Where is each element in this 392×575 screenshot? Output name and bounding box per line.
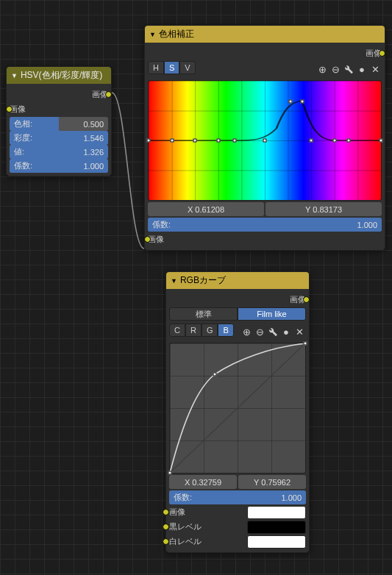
curve-point[interactable] — [170, 139, 174, 143]
socket-in[interactable] — [163, 538, 169, 545]
rgb-curves-header[interactable]: ▼ RGBカーブ — [166, 272, 309, 289]
collapse-icon[interactable]: ▼ — [11, 72, 18, 79]
hue-correct-header[interactable]: ▼ 色相補正 — [145, 26, 385, 43]
tab-c[interactable]: C — [169, 324, 185, 337]
curve-point[interactable] — [288, 99, 292, 103]
hsv-header[interactable]: ▼ HSV(色相/彩度/輝度) — [7, 67, 111, 84]
socket-out[interactable] — [379, 50, 385, 57]
tab-g[interactable]: G — [202, 324, 218, 337]
y-field[interactable]: Y 0.83173 — [266, 202, 382, 216]
white-level-input: 白レベル — [169, 535, 306, 549]
output-image: 画像 — [10, 88, 108, 101]
zoom-out-icon[interactable]: ⊖ — [253, 325, 266, 338]
curve-path — [170, 343, 305, 473]
socket-in[interactable] — [6, 106, 13, 113]
black-level-input: 黒レベル — [169, 520, 306, 534]
tab-filmlike[interactable]: Film like — [238, 307, 306, 321]
curve-point[interactable] — [216, 139, 220, 143]
socket-out[interactable] — [303, 296, 310, 303]
close-icon[interactable]: ✕ — [368, 63, 382, 76]
hsv-tabs: H S V — [148, 61, 196, 74]
input-image: 画像 — [10, 102, 108, 116]
curve-point[interactable] — [310, 139, 313, 143]
white-swatch[interactable] — [247, 535, 306, 549]
curve-point[interactable] — [168, 471, 172, 475]
image-input: 画像 — [169, 505, 306, 519]
hue-curve-canvas[interactable] — [148, 80, 382, 201]
tab-h[interactable]: H — [148, 61, 164, 74]
wrench-icon[interactable] — [342, 63, 355, 76]
rgb-curve-canvas[interactable] — [169, 343, 306, 474]
fac-slider[interactable]: 係数: 1.000 — [148, 218, 382, 232]
curve-point[interactable] — [193, 139, 197, 143]
socket-out[interactable] — [105, 91, 112, 98]
curve-point[interactable] — [147, 139, 151, 143]
curve-point[interactable] — [346, 139, 350, 143]
curve-point[interactable] — [332, 139, 336, 143]
tab-s[interactable]: S — [164, 61, 179, 74]
hsv-title: HSV(色相/彩度/輝度) — [21, 69, 102, 82]
tab-b[interactable]: B — [218, 324, 233, 337]
fac-slider[interactable]: 係数: 1.000 — [10, 159, 108, 173]
hsv-node[interactable]: ▼ HSV(色相/彩度/輝度) 画像 画像 色相: 0.500 彩度: 1.54… — [6, 66, 112, 176]
collapse-icon[interactable]: ▼ — [149, 31, 156, 38]
tab-v[interactable]: V — [179, 61, 195, 74]
curve-point[interactable] — [304, 342, 307, 346]
curve-point[interactable] — [263, 139, 267, 143]
mode-tabs: 標準 Film like — [169, 307, 306, 321]
clip-icon[interactable]: ● — [279, 325, 293, 338]
collapse-icon[interactable]: ▼ — [171, 277, 177, 285]
socket-in[interactable] — [163, 509, 169, 515]
wrench-icon[interactable] — [266, 325, 279, 338]
y-field[interactable]: Y 0.75962 — [238, 475, 306, 489]
hue-slider[interactable]: 色相: 0.500 — [10, 117, 108, 131]
output-image: 画像 — [169, 293, 306, 307]
tab-r[interactable]: R — [185, 324, 202, 337]
curve-point[interactable] — [300, 99, 304, 103]
rgb-curves-title: RGBカーブ — [180, 274, 226, 287]
curve-point[interactable] — [213, 373, 216, 376]
output-image: 画像 — [148, 46, 382, 60]
close-icon[interactable]: ✕ — [293, 325, 306, 338]
sat-slider[interactable]: 彩度: 1.546 — [10, 131, 108, 145]
val-slider[interactable]: 値: 1.326 — [10, 145, 108, 159]
zoom-in-icon[interactable]: ⊕ — [316, 63, 329, 76]
zoom-out-icon[interactable]: ⊖ — [329, 63, 342, 76]
input-image: 画像 — [148, 232, 382, 246]
black-swatch[interactable] — [247, 521, 306, 534]
fac-slider[interactable]: 係数: 1.000 — [169, 490, 306, 504]
hue-correct-node[interactable]: ▼ 色相補正 画像 H S V ⊕ ⊖ ● ✕ — [144, 25, 385, 251]
socket-in[interactable] — [144, 236, 151, 243]
curve-point[interactable] — [379, 139, 383, 143]
x-field[interactable]: X 0.32759 — [169, 475, 237, 489]
tab-standard[interactable]: 標準 — [169, 307, 238, 321]
zoom-in-icon[interactable]: ⊕ — [240, 325, 253, 338]
curve-point[interactable] — [232, 139, 236, 143]
clip-icon[interactable]: ● — [355, 63, 368, 76]
x-field[interactable]: X 0.61208 — [148, 202, 264, 216]
channel-tabs: C R G B — [169, 324, 234, 337]
svg-line-0 — [170, 343, 305, 473]
rgb-curves-node[interactable]: ▼ RGBカーブ 画像 標準 Film like C R G B ⊕ ⊖ — [165, 271, 310, 553]
hue-correct-title: 色相補正 — [159, 28, 194, 40]
socket-in[interactable] — [163, 524, 169, 530]
image-swatch[interactable] — [247, 506, 306, 519]
